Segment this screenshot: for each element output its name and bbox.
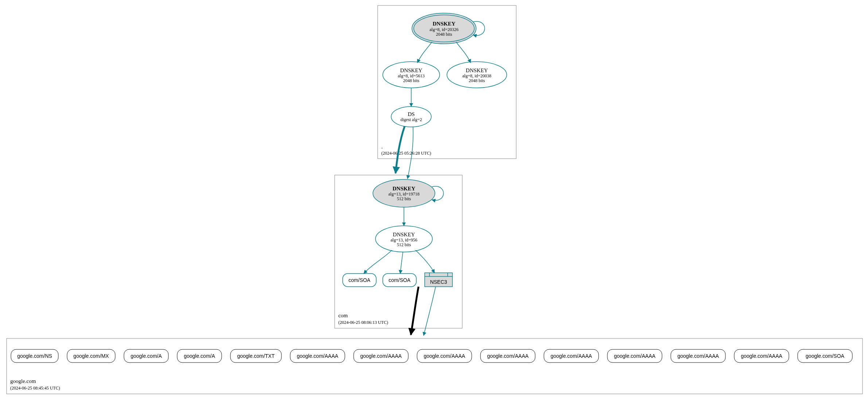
google-record-11[interactable]: google.com/AAAA	[671, 349, 725, 363]
zone-root: . (2024-06-25 05:26:28 UTC) DNSKEY alg=8…	[378, 5, 516, 159]
node-com-soa1[interactable]: com/SOA	[343, 274, 376, 287]
zone-root-name: .	[381, 144, 383, 150]
edge-com-zsk-soa2	[400, 252, 403, 274]
zone-google: google.com (2024-06-25 08:45:45 UTC) goo…	[7, 338, 863, 394]
svg-text:google.com/AAAA: google.com/AAAA	[677, 353, 719, 359]
svg-text:google.com/TXT: google.com/TXT	[237, 353, 275, 359]
svg-text:google.com/A: google.com/A	[131, 353, 162, 359]
google-record-1[interactable]: google.com/MX	[67, 349, 115, 363]
svg-text:google.com/A: google.com/A	[184, 353, 215, 359]
svg-text:alg=13, id=19718: alg=13, id=19718	[388, 191, 420, 197]
node-root-zsk1[interactable]: DNSKEY alg=8, id=5613 2048 bits	[383, 62, 440, 88]
svg-text:2048 bits: 2048 bits	[403, 78, 420, 83]
svg-text:512 bits: 512 bits	[397, 196, 411, 201]
zone-google-timestamp: (2024-06-25 08:45:45 UTC)	[10, 386, 60, 391]
node-com-ksk[interactable]: DNSKEY alg=13, id=19718 512 bits	[373, 179, 435, 207]
dnssec-diagram: . (2024-06-25 05:26:28 UTC) DNSKEY alg=8…	[0, 0, 868, 399]
zone-com-timestamp: (2024-06-25 08:06:13 UTC)	[338, 320, 388, 325]
svg-text:alg=8, id=5613: alg=8, id=5613	[398, 73, 425, 78]
svg-text:google.com/NS: google.com/NS	[17, 353, 52, 359]
svg-text:DNSKEY: DNSKEY	[433, 21, 456, 27]
svg-text:google.com/AAAA: google.com/AAAA	[424, 353, 465, 359]
svg-text:512 bits: 512 bits	[397, 242, 411, 247]
zone-google-name: google.com	[10, 378, 36, 384]
google-record-12[interactable]: google.com/AAAA	[734, 349, 789, 363]
node-com-zsk[interactable]: DNSKEY alg=13, id=956 512 bits	[375, 226, 432, 252]
zone-com: com (2024-06-25 08:06:13 UTC) DNSKEY alg…	[335, 175, 462, 328]
svg-text:alg=8, id=20326: alg=8, id=20326	[429, 27, 459, 32]
edge-root-ksk-zsk2	[456, 42, 471, 63]
google-record-6[interactable]: google.com/AAAA	[354, 349, 408, 363]
google-record-10[interactable]: google.com/AAAA	[607, 349, 662, 363]
edge-root-ksk-zsk1	[417, 42, 432, 63]
google-record-9[interactable]: google.com/AAAA	[544, 349, 599, 363]
google-record-5[interactable]: google.com/AAAA	[290, 349, 345, 363]
svg-rect-35	[7, 338, 863, 394]
svg-text:google.com/SOA: google.com/SOA	[806, 353, 844, 359]
google-record-3[interactable]: google.com/A	[177, 349, 222, 363]
google-record-7[interactable]: google.com/AAAA	[417, 349, 472, 363]
svg-text:alg=8, id=20038: alg=8, id=20038	[462, 73, 491, 78]
svg-text:com/SOA: com/SOA	[389, 277, 411, 283]
svg-text:2048 bits: 2048 bits	[469, 78, 485, 83]
node-root-ds[interactable]: DS digest alg=2	[391, 106, 431, 127]
edge-com-zsk-soa1	[364, 250, 392, 274]
google-record-4[interactable]: google.com/TXT	[230, 349, 281, 363]
svg-text:google.com/MX: google.com/MX	[73, 353, 109, 359]
node-com-soa2[interactable]: com/SOA	[383, 274, 416, 287]
zone-com-name: com	[338, 313, 348, 318]
node-root-ksk[interactable]: DNSKEY alg=8, id=20326 2048 bits	[412, 13, 476, 44]
svg-text:google.com/AAAA: google.com/AAAA	[550, 353, 592, 359]
svg-text:DNSKEY: DNSKEY	[393, 232, 415, 237]
svg-text:alg=13, id=956: alg=13, id=956	[390, 237, 417, 243]
google-record-2[interactable]: google.com/A	[124, 349, 168, 363]
svg-text:google.com/AAAA: google.com/AAAA	[487, 353, 529, 359]
edge-com-zsk-nsec3	[416, 250, 435, 273]
svg-text:DNSKEY: DNSKEY	[400, 67, 423, 73]
svg-text:NSEC3: NSEC3	[430, 279, 447, 285]
google-record-13[interactable]: google.com/SOA	[798, 349, 852, 363]
svg-text:DS: DS	[408, 111, 414, 117]
svg-text:google.com/AAAA: google.com/AAAA	[614, 353, 655, 359]
zone-root-timestamp: (2024-06-25 05:26:28 UTC)	[381, 151, 431, 156]
svg-text:digest alg=2: digest alg=2	[400, 117, 422, 122]
svg-text:com/SOA: com/SOA	[349, 277, 371, 283]
svg-text:DNSKEY: DNSKEY	[393, 186, 416, 191]
google-record-0[interactable]: google.com/NS	[11, 349, 58, 363]
svg-text:google.com/AAAA: google.com/AAAA	[297, 353, 338, 359]
svg-text:google.com/AAAA: google.com/AAAA	[360, 353, 402, 359]
svg-text:2048 bits: 2048 bits	[436, 32, 452, 37]
node-com-nsec3[interactable]: NSEC3	[425, 273, 452, 287]
svg-text:DNSKEY: DNSKEY	[466, 67, 488, 73]
svg-text:google.com/AAAA: google.com/AAAA	[741, 353, 782, 359]
google-record-8[interactable]: google.com/AAAA	[480, 349, 535, 363]
edge-com-to-google-black	[411, 287, 419, 335]
edge-ds-to-com-deleg	[396, 126, 405, 173]
node-root-zsk2[interactable]: DNSKEY alg=8, id=20038 2048 bits	[447, 62, 507, 88]
